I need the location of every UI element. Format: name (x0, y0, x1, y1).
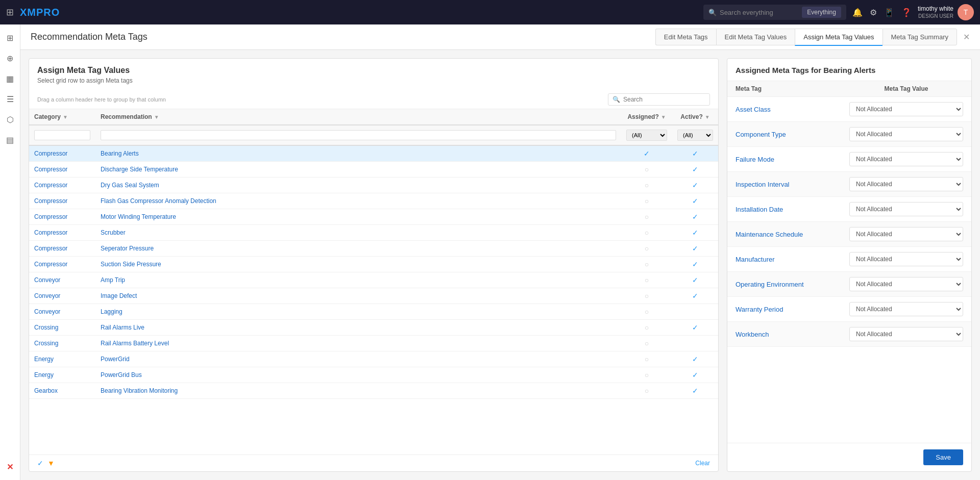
table-row[interactable]: CompressorScrubber○✓ (29, 225, 718, 241)
sidebar: ⊞ ⊕ ▦ ☰ ⬡ ▤ ✕ (0, 24, 20, 480)
recommendation-cell: Flash Gas Compressor Anomaly Detection (95, 193, 621, 209)
x-mark-icon: ✕ (7, 462, 13, 472)
meta-tag-value-select[interactable]: Not Allocated (849, 177, 963, 191)
search-input[interactable] (720, 9, 799, 16)
assigned-circle-icon: ○ (645, 339, 649, 347)
category-cell: Crossing (29, 336, 95, 351)
filter-recommendation-cell (95, 125, 621, 145)
meta-tag-value-select[interactable]: Not Allocated (849, 327, 963, 341)
left-panel: Assign Meta Tag Values Select grid row t… (29, 58, 719, 472)
active-check-icon: ✓ (692, 371, 698, 379)
active-cell: ✓ (672, 320, 718, 336)
recommendation-cell: Motor Winding Temperature (95, 209, 621, 225)
recommendation-cell: Seperator Pressure (95, 241, 621, 257)
table-row[interactable]: ConveyorLagging○ (29, 304, 718, 320)
table-row[interactable]: CompressorDischarge Side Temperature○✓ (29, 162, 718, 178)
sidebar-icon-apps[interactable]: ⊞ (1, 29, 19, 47)
assigned-cell: ✓ (621, 145, 672, 162)
col-header-recommendation: Recommendation ▼ (95, 109, 621, 125)
page-header: Recommendation Meta Tags Edit Meta Tags … (20, 24, 980, 50)
sidebar-icon-chart[interactable]: ▦ (1, 69, 19, 88)
close-page-button[interactable]: ✕ (963, 32, 970, 42)
apps-grid-icon[interactable]: ⊞ (6, 7, 14, 18)
table-row[interactable]: CompressorDry Gas Seal System○✓ (29, 178, 718, 193)
tab-meta-tag-summary[interactable]: Meta Tag Summary (883, 29, 957, 45)
table-row[interactable]: EnergyPowerGrid○✓ (29, 351, 718, 367)
meta-tag-value-select[interactable]: Not Allocated (849, 202, 963, 216)
tab-edit-meta-tag-values[interactable]: Edit Meta Tag Values (716, 29, 795, 45)
table-row[interactable]: CompressorSuction Side Pressure○✓ (29, 257, 718, 272)
table-row[interactable]: EnergyPowerGrid Bus○✓ (29, 367, 718, 383)
recommendation-cell: Lagging (95, 304, 621, 320)
grid-footer: ✓ ▼ Clear (29, 454, 718, 471)
grid-search-input[interactable] (623, 96, 705, 103)
search-icon: 🔍 (708, 9, 717, 16)
footer-clear-button[interactable]: Clear (695, 460, 710, 467)
meta-tag-name: Manufacturer (736, 256, 849, 263)
sidebar-icon-list[interactable]: ▤ (1, 131, 19, 149)
bell-icon[interactable]: 🔔 (852, 8, 863, 17)
meta-tag-value-select[interactable]: Not Allocated (849, 302, 963, 316)
assigned-cell: ○ (621, 241, 672, 257)
sidebar-icon-link[interactable]: ⬡ (1, 110, 19, 129)
meta-tag-value-select[interactable]: Not Allocated (849, 152, 963, 166)
meta-tag-value-select[interactable]: Not Allocated (849, 227, 963, 241)
meta-tag-value-select[interactable]: Not Allocated (849, 277, 963, 291)
meta-tag-value-select[interactable]: Not Allocated (849, 102, 963, 116)
grid-search-bar[interactable]: 🔍 (608, 93, 710, 106)
active-filter-icon[interactable]: ▼ (705, 114, 710, 120)
recommendation-cell: Dry Gas Seal System (95, 178, 621, 193)
table-row[interactable]: ConveyorAmp Trip○✓ (29, 272, 718, 288)
active-check-icon: ✓ (692, 387, 698, 395)
table-row[interactable]: CrossingRail Alarms Live○✓ (29, 320, 718, 336)
recommendation-cell: Rail Alarms Battery Level (95, 336, 621, 351)
mobile-icon[interactable]: 📱 (884, 8, 894, 17)
table-row[interactable]: CrossingRail Alarms Battery Level○ (29, 336, 718, 351)
search-everything-button[interactable]: Everything (802, 7, 841, 18)
recommendation-cell: Amp Trip (95, 272, 621, 288)
settings-icon[interactable]: ⚙ (870, 8, 877, 17)
tab-assign-meta-tag-values[interactable]: Assign Meta Tag Values (795, 29, 882, 46)
left-panel-subtitle: Select grid row to assign Meta tags (37, 77, 710, 84)
table-row[interactable]: CompressorFlash Gas Compressor Anomaly D… (29, 193, 718, 209)
app-logo: XMPRO (20, 7, 60, 18)
assigned-filter-icon[interactable]: ▼ (661, 114, 666, 120)
recommendation-cell: Suction Side Pressure (95, 257, 621, 272)
meta-tag-value-select[interactable]: Not Allocated (849, 127, 963, 141)
col-header-category: Category ▼ (29, 109, 95, 125)
recommendation-filter-icon[interactable]: ▼ (154, 114, 159, 120)
active-check-icon: ✓ (692, 229, 698, 237)
sidebar-icon-grid[interactable]: ☰ (1, 90, 19, 108)
sidebar-icon-close[interactable]: ✕ (1, 458, 19, 476)
category-cell: Gearbox (29, 383, 95, 399)
filter-category-input[interactable] (34, 130, 90, 140)
active-check-icon: ✓ (692, 197, 698, 205)
filter-category-cell (29, 125, 95, 145)
assigned-cell: ○ (621, 367, 672, 383)
sidebar-icon-add[interactable]: ⊕ (1, 49, 19, 67)
global-search-bar[interactable]: 🔍 Everything (703, 5, 846, 20)
table-row[interactable]: ConveyorImage Defect○✓ (29, 288, 718, 304)
right-panel: Assigned Meta Tags for Bearing Alerts Me… (727, 58, 972, 472)
add-circle-icon: ⊕ (7, 54, 13, 63)
category-filter-icon[interactable]: ▼ (63, 114, 68, 120)
table-row[interactable]: CompressorBearing Alerts✓✓ (29, 145, 718, 162)
tab-edit-meta-tags[interactable]: Edit Meta Tags (655, 29, 716, 45)
filter-assigned-select[interactable]: (All) (626, 130, 667, 141)
col-header-active: Active? ▼ (672, 109, 718, 125)
table-row[interactable]: CompressorMotor Winding Temperature○✓ (29, 209, 718, 225)
filter-active-select[interactable]: (All) (677, 130, 713, 141)
filter-recommendation-input[interactable] (101, 130, 616, 140)
save-button[interactable]: Save (923, 449, 963, 465)
footer-filter-icon[interactable]: ▼ (47, 459, 55, 467)
recommendation-cell: PowerGrid (95, 351, 621, 367)
footer-check-icon[interactable]: ✓ (37, 459, 43, 467)
table-row[interactable]: CompressorSeperator Pressure○✓ (29, 241, 718, 257)
table-filter-row: (All) (All) (29, 125, 718, 145)
table-row[interactable]: GearboxBearing Vibration Monitoring○✓ (29, 383, 718, 399)
help-icon[interactable]: ❓ (901, 8, 912, 17)
avatar[interactable]: T (958, 4, 974, 20)
meta-tag-value-select[interactable]: Not Allocated (849, 252, 963, 266)
active-check-icon: ✓ (692, 260, 698, 268)
grid-search-icon: 🔍 (612, 96, 620, 103)
